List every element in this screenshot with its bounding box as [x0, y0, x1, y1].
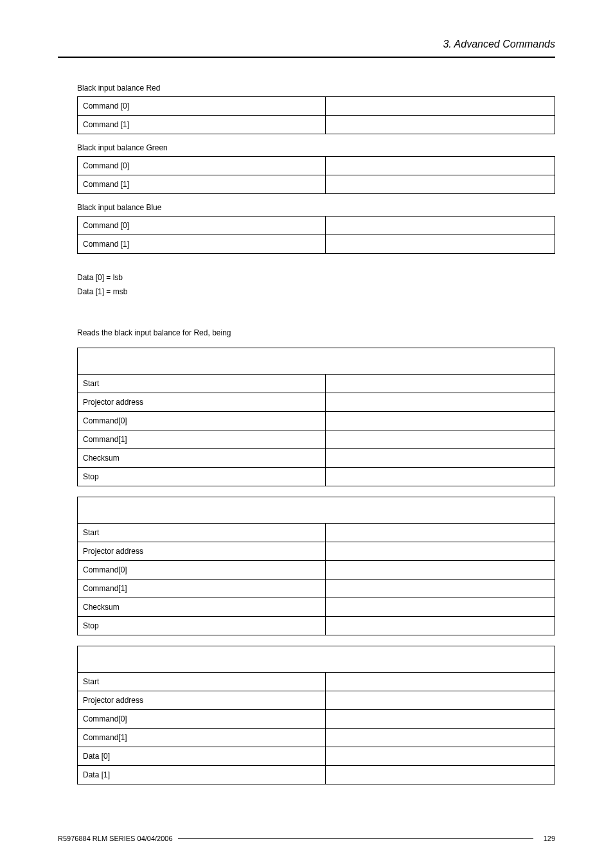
cell-label: Command [0]: [78, 97, 326, 116]
cell-label: Projector address: [78, 393, 326, 412]
cell-value: [326, 710, 555, 729]
table-row: Command [0]: [78, 157, 555, 175]
cell-label: Start: [78, 524, 326, 542]
text-example-intro: Reads the black input balance for Red, b…: [77, 328, 555, 337]
cell-value: [326, 375, 555, 393]
table-row: Data [0]: [78, 747, 555, 766]
cell-label: Data [0]: [78, 747, 326, 766]
cell-value: [326, 175, 555, 194]
header-rule: [58, 57, 555, 58]
table-row: Command [0]: [78, 217, 555, 235]
cell-label: Command[0]: [78, 412, 326, 430]
document-body: Black input balance Red Command [0] Comm…: [58, 84, 555, 784]
table-header-row: [78, 348, 555, 375]
text-data-lsb: Data [0] = lsb: [77, 273, 555, 282]
cell-label: Data [1]: [78, 766, 326, 784]
table-row: Command[0]: [78, 561, 555, 580]
text-data-msb: Data [1] = msb: [77, 287, 555, 296]
table-row: Command[0]: [78, 710, 555, 729]
table-header-cell: [78, 497, 555, 524]
table-red-commands: Command [0] Command [1]: [77, 96, 555, 134]
cell-value: [326, 729, 555, 747]
table-header-cell: [78, 348, 555, 375]
table-header-row: [78, 497, 555, 524]
table-green-commands: Command [0] Command [1]: [77, 156, 555, 194]
cell-label: Command [1]: [78, 235, 326, 254]
table-row: Checksum: [78, 598, 555, 617]
cell-value: [326, 542, 555, 561]
cell-value: [326, 235, 555, 254]
cell-label: Checksum: [78, 449, 326, 468]
cell-value: [326, 766, 555, 784]
cell-label: Checksum: [78, 598, 326, 617]
footer-doc-id: R5976884 RLM SERIES 04/04/2006: [58, 835, 173, 842]
cell-value: [326, 468, 555, 486]
table-row: Stop: [78, 468, 555, 486]
cell-label: Start: [78, 673, 326, 691]
table-row: Command [1]: [78, 175, 555, 194]
cell-label: Command [0]: [78, 217, 326, 235]
cell-label: Stop: [78, 468, 326, 486]
cell-label: Command[1]: [78, 430, 326, 449]
cell-label: Command [1]: [78, 175, 326, 194]
table-example-3: Start Projector address Command[0] Comma…: [77, 646, 555, 784]
table-row: Command [0]: [78, 97, 555, 116]
cell-label: Command[0]: [78, 710, 326, 729]
table-row: Start: [78, 524, 555, 542]
table-row: Start: [78, 375, 555, 393]
cell-label: Command[0]: [78, 561, 326, 580]
cell-value: [326, 598, 555, 617]
cell-value: [326, 430, 555, 449]
cell-value: [326, 116, 555, 134]
label-black-input-blue: Black input balance Blue: [77, 203, 555, 212]
table-row: Command[1]: [78, 430, 555, 449]
cell-value: [326, 524, 555, 542]
cell-value: [326, 673, 555, 691]
label-black-input-green: Black input balance Green: [77, 143, 555, 152]
footer-rule: [178, 838, 533, 839]
cell-label: Stop: [78, 617, 326, 635]
footer-page-number: 129: [538, 835, 555, 842]
cell-value: [326, 97, 555, 116]
cell-label: Projector address: [78, 542, 326, 561]
table-blue-commands: Command [0] Command [1]: [77, 216, 555, 254]
table-row: Command [1]: [78, 235, 555, 254]
table-example-2: Start Projector address Command[0] Comma…: [77, 497, 555, 635]
section-header: 3. Advanced Commands: [58, 39, 555, 57]
table-row: Command[1]: [78, 729, 555, 747]
cell-value: [326, 412, 555, 430]
table-row: Checksum: [78, 449, 555, 468]
cell-label: Projector address: [78, 691, 326, 710]
table-row: Start: [78, 673, 555, 691]
cell-label: Start: [78, 375, 326, 393]
table-example-1: Start Projector address Command[0] Comma…: [77, 348, 555, 486]
table-row: Projector address: [78, 542, 555, 561]
cell-value: [326, 449, 555, 468]
cell-label: Command [0]: [78, 157, 326, 175]
table-header-row: [78, 646, 555, 673]
cell-value: [326, 393, 555, 412]
cell-value: [326, 217, 555, 235]
page: 3. Advanced Commands Black input balance…: [0, 0, 613, 868]
cell-value: [326, 157, 555, 175]
table-row: Command [1]: [78, 116, 555, 134]
cell-label: Command[1]: [78, 580, 326, 598]
table-row: Command[1]: [78, 580, 555, 598]
cell-value: [326, 580, 555, 598]
cell-value: [326, 617, 555, 635]
cell-value: [326, 561, 555, 580]
table-row: Projector address: [78, 691, 555, 710]
cell-value: [326, 691, 555, 710]
label-black-input-red: Black input balance Red: [77, 84, 555, 93]
table-row: Stop: [78, 617, 555, 635]
cell-label: Command [1]: [78, 116, 326, 134]
table-row: Command[0]: [78, 412, 555, 430]
table-header-cell: [78, 646, 555, 673]
table-row: Data [1]: [78, 766, 555, 784]
cell-label: Command[1]: [78, 729, 326, 747]
table-row: Projector address: [78, 393, 555, 412]
page-footer: R5976884 RLM SERIES 04/04/2006 129: [58, 835, 555, 842]
cell-value: [326, 747, 555, 766]
